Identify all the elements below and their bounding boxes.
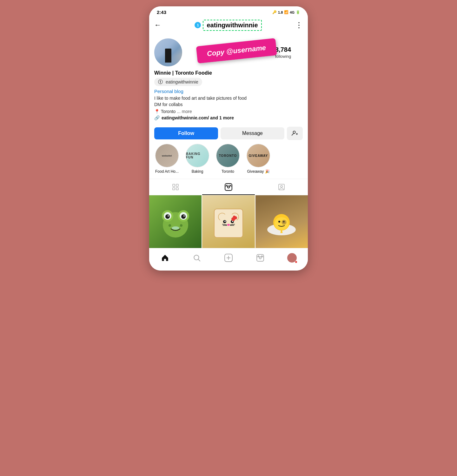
- phone-frame: 2:43 🔑 1.8 📶 4G 🔋 ← 1 eatingwithwinnie ⋮…: [149, 6, 308, 271]
- svg-line-53: [198, 259, 200, 261]
- highlight-item[interactable]: GIVEAWAY Giveaway 🎉: [246, 144, 271, 174]
- nav-create[interactable]: [221, 251, 236, 264]
- page-header: ← 1 eatingwithwinnie ⋮: [149, 17, 308, 33]
- svg-point-46: [278, 221, 280, 223]
- battery-icon: 🔋: [296, 10, 300, 14]
- website-text: eatingwithwinnie.com/ and 1 more: [162, 115, 234, 120]
- highlight-thumbnail: TORONTO: [216, 144, 239, 167]
- location-text: Toronto: [161, 109, 176, 114]
- back-button[interactable]: ←: [154, 20, 164, 30]
- svg-point-19: [165, 214, 170, 219]
- threads-icon: ⓣ: [158, 79, 164, 85]
- notification-dot: [295, 261, 297, 263]
- svg-point-13: [281, 185, 282, 187]
- status-time: 2:43: [157, 10, 166, 15]
- svg-point-52: [194, 255, 199, 260]
- food-image-3: [255, 195, 308, 248]
- svg-point-10: [230, 185, 231, 186]
- highlight-thumbnail: BAKING FUN: [186, 144, 209, 167]
- svg-point-22: [183, 215, 185, 217]
- svg-point-33: [224, 221, 226, 222]
- svg-point-8: [228, 186, 230, 188]
- highlight-label: Giveaway 🎉: [247, 169, 269, 174]
- search-icon: [193, 254, 201, 262]
- status-icons: 🔑 1.8 📶 4G 🔋: [272, 10, 300, 14]
- nav-home[interactable]: [157, 251, 173, 264]
- kitty-food-art: [209, 203, 248, 241]
- follow-button[interactable]: Follow: [154, 127, 218, 139]
- grid-cell[interactable]: [149, 195, 202, 248]
- svg-point-60: [262, 256, 262, 257]
- svg-rect-57: [257, 254, 264, 261]
- svg-rect-6: [176, 188, 178, 190]
- home-icon: [161, 254, 169, 262]
- bio-link[interactable]: Personal blog: [154, 89, 303, 94]
- tabs-row: [149, 179, 308, 195]
- bottom-nav: [149, 248, 308, 271]
- avatar-image: [154, 38, 182, 66]
- svg-point-25: [172, 226, 179, 230]
- status-bar: 2:43 🔑 1.8 📶 4G 🔋: [149, 6, 308, 17]
- highlight-thumbnail: website!: [156, 144, 178, 167]
- add-person-icon: [291, 130, 298, 137]
- username-box: eatingwithwinnie: [203, 20, 262, 31]
- following-label: following: [275, 54, 291, 59]
- svg-point-9: [226, 185, 227, 186]
- svg-point-42: [233, 216, 235, 218]
- grid-cell[interactable]: [202, 195, 255, 248]
- svg-point-21: [168, 215, 169, 217]
- message-button[interactable]: Message: [221, 127, 284, 139]
- bio-location: 📍 Toronto ... more: [154, 109, 303, 114]
- tab-tagged[interactable]: [255, 179, 308, 195]
- tab-reels[interactable]: [202, 179, 255, 195]
- avatar: [154, 38, 182, 66]
- svg-point-35: [227, 224, 230, 226]
- frog-food-art: [156, 203, 195, 241]
- svg-point-20: [181, 214, 186, 219]
- svg-rect-5: [173, 188, 175, 190]
- highlight-item[interactable]: website! Food Art Ho...: [154, 144, 180, 174]
- bio-more-button[interactable]: ... more: [177, 109, 192, 114]
- key-icon: 🔑: [272, 10, 277, 14]
- food-image-2: [202, 195, 255, 248]
- tab-grid[interactable]: [149, 179, 202, 195]
- tagged-icon: [278, 183, 285, 191]
- location-pin-icon: 📍: [154, 109, 160, 114]
- highlight-item[interactable]: TORONTO Toronto: [215, 144, 241, 174]
- nav-profile-avatar: [287, 253, 297, 263]
- nav-search[interactable]: [189, 251, 204, 264]
- highlight-label: Food Art Ho...: [155, 169, 179, 174]
- svg-point-23: [169, 224, 171, 227]
- threads-handle-row[interactable]: ⓣ eatingwithwinnie: [154, 78, 202, 86]
- svg-rect-4: [176, 184, 178, 186]
- svg-line-49: [281, 230, 282, 233]
- egg-food-art: [262, 203, 301, 241]
- following-stat[interactable]: 3,784 following: [275, 46, 291, 59]
- highlight-circle: BAKING FUN: [186, 144, 209, 167]
- bio-website[interactable]: 🔗 eatingwithwinnie.com/ and 1 more: [154, 115, 303, 120]
- svg-rect-3: [173, 184, 175, 186]
- notification-badge: 1: [195, 22, 201, 28]
- more-button[interactable]: ⋮: [293, 19, 303, 31]
- food-image-1: [149, 195, 202, 248]
- bio-line1: I like to make food art and take picture…: [154, 96, 247, 101]
- username-wrapper: 1 eatingwithwinnie: [164, 20, 293, 31]
- threads-handle: eatingwithwinnie: [166, 79, 198, 84]
- nav-reels[interactable]: [253, 251, 268, 264]
- signal-icon: 4G: [290, 10, 295, 14]
- wifi-icon: 📶: [284, 10, 288, 14]
- highlight-label: Toronto: [222, 169, 234, 174]
- svg-point-51: [282, 220, 286, 224]
- highlight-circle: GIVEAWAY: [247, 144, 270, 167]
- bio-line2: DM for collabs: [154, 102, 182, 107]
- reels-icon: [224, 183, 233, 191]
- data-icon: 1.8: [278, 10, 283, 14]
- nav-profile[interactable]: [284, 251, 300, 264]
- svg-rect-7: [225, 184, 232, 191]
- bio-text: I like to make food art and take picture…: [154, 95, 303, 108]
- grid-cell[interactable]: [255, 195, 308, 248]
- highlight-item[interactable]: BAKING FUN Baking: [185, 144, 210, 174]
- svg-point-24: [180, 224, 182, 227]
- add-friend-button[interactable]: [287, 127, 303, 140]
- svg-point-59: [258, 256, 259, 257]
